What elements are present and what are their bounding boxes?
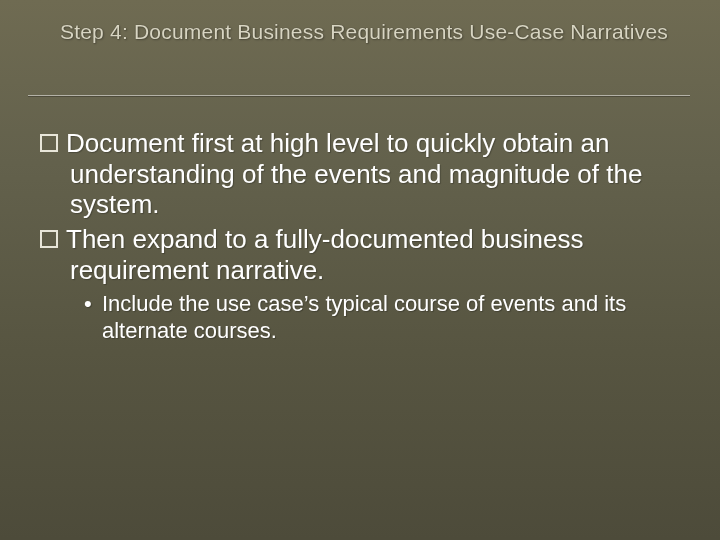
- bullet-level2: •Include the use case’s typical course o…: [40, 291, 685, 345]
- bullet-level1: Document first at high level to quickly …: [40, 128, 685, 220]
- bullet-text: Then expand to a fully-documented busine…: [66, 224, 583, 285]
- content-area: Document first at high level to quickly …: [40, 128, 685, 345]
- bullet-text: Include the use case’s typical course of…: [102, 291, 626, 343]
- square-bullet-icon: [40, 134, 58, 152]
- title-divider: [28, 95, 690, 97]
- slide-title: Step 4: Document Business Requirements U…: [60, 20, 710, 44]
- bullet-text: Document first at high level to quickly …: [66, 128, 642, 219]
- slide: Step 4: Document Business Requirements U…: [0, 0, 720, 540]
- bullet-level1: Then expand to a fully-documented busine…: [40, 224, 685, 285]
- square-bullet-icon: [40, 230, 58, 248]
- dot-bullet-icon: •: [84, 291, 102, 318]
